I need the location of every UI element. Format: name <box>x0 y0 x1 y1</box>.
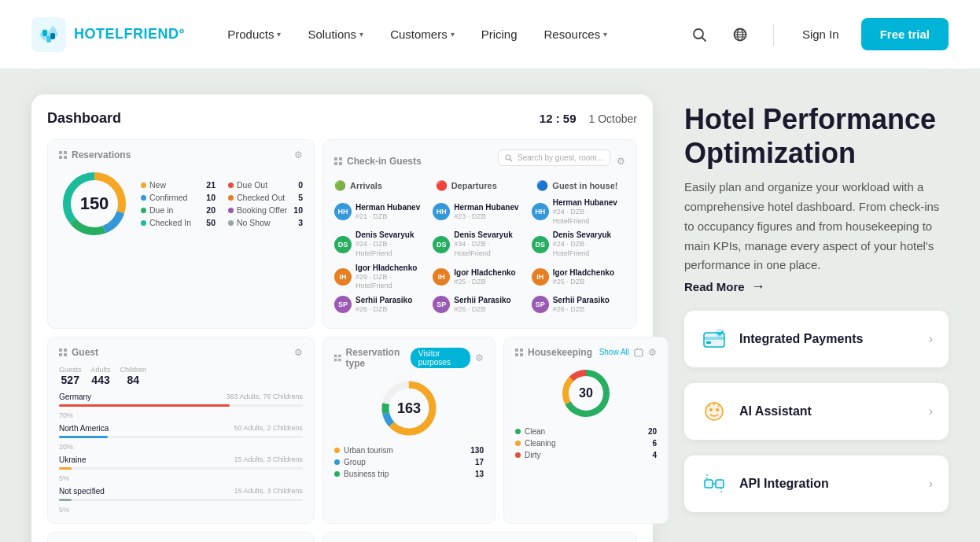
svg-rect-39 <box>520 348 523 352</box>
svg-rect-3 <box>46 36 51 42</box>
nav-solutions[interactable]: Solutions ▾ <box>297 21 374 47</box>
read-more-button[interactable]: Read More → <box>684 278 949 295</box>
chevron-right-icon: › <box>929 332 933 346</box>
svg-line-5 <box>702 38 706 41</box>
search-button[interactable] <box>685 20 713 49</box>
svg-rect-26 <box>59 348 62 352</box>
gear-icon[interactable]: ⚙ <box>475 352 484 363</box>
svg-rect-1 <box>42 30 47 36</box>
reservations-stats: New 21 Due Out 0 Confirmed 10 Checked <box>141 180 303 227</box>
guest-search-input[interactable]: Search by guest, room... <box>498 149 610 166</box>
stat-dueout: Due Out 0 <box>228 180 303 190</box>
svg-rect-12 <box>64 151 67 154</box>
svg-point-63 <box>716 408 719 411</box>
dashboard-panel: Dashboard 12 : 59 1 October Reservations… <box>31 94 653 542</box>
svg-rect-68 <box>716 480 724 488</box>
hk-title: Housekeeping <box>515 347 592 358</box>
feature-integrated-payments[interactable]: Integrated Payments › <box>684 311 949 367</box>
navbar: HOTELFRIEND° Products ▾ Solutions ▾ Cust… <box>0 0 980 69</box>
reservations-donut: 150 <box>59 168 130 239</box>
dashboard-row3: Rooms ⚙ TypeAvailableSoldTotalStatus Occ… <box>47 532 637 542</box>
card-header: Reservations ⚙ <box>59 149 303 160</box>
stat-checkedin: Checked In 50 <box>141 218 216 227</box>
svg-rect-11 <box>59 151 62 154</box>
nav-links: Products ▾ Solutions ▾ Customers ▾ Prici… <box>216 21 685 47</box>
feature-label: Integrated Payments <box>739 332 863 346</box>
svg-rect-67 <box>705 480 713 488</box>
hk-donut: 30 <box>515 366 657 421</box>
gear-icon[interactable]: ⚙ <box>617 156 625 167</box>
signin-button[interactable]: Sign In <box>793 21 849 47</box>
res-type-row: Urban tourism 130 <box>334 446 484 455</box>
svg-point-62 <box>709 408 713 411</box>
dashboard-header: Dashboard 12 : 59 1 October <box>47 110 637 127</box>
nav-resources[interactable]: Resources ▾ <box>533 21 619 47</box>
ai-icon <box>700 397 728 426</box>
svg-rect-23 <box>339 162 342 165</box>
chevron-right-icon: › <box>929 477 933 491</box>
guest-row: IHIgor Hladchenko#29 · DZB · HotelFriend… <box>334 263 625 291</box>
svg-rect-31 <box>338 355 341 357</box>
gear-icon[interactable]: ⚙ <box>294 347 303 358</box>
reservations-total: 150 <box>80 194 109 214</box>
nav-customers[interactable]: Customers ▾ <box>379 21 466 47</box>
checkin-cols: 🟢 Arrivals 🔴 Departures 🔵 Guest in house… <box>334 180 625 191</box>
res-type-row: Business trip 13 <box>334 470 484 478</box>
freetrial-button[interactable]: Free trial <box>861 18 949 50</box>
hk-row: Dirty 4 <box>515 451 657 459</box>
search-icon <box>691 27 707 42</box>
chevron-right-icon: › <box>929 404 933 418</box>
globe-icon <box>732 27 748 42</box>
stat-new: New 21 <box>141 180 216 190</box>
svg-rect-28 <box>59 353 62 356</box>
grid-icon <box>59 348 67 356</box>
svg-rect-59 <box>706 341 711 344</box>
feature-api-integration[interactable]: API Integration › <box>684 455 949 512</box>
stat-checkedout: Checked Out 5 <box>228 193 303 202</box>
svg-rect-27 <box>64 348 67 352</box>
nav-products[interactable]: Products ▾ <box>216 21 292 47</box>
svg-rect-20 <box>334 157 337 160</box>
svg-rect-38 <box>515 348 518 352</box>
svg-rect-14 <box>64 156 67 159</box>
logo[interactable]: HOTELFRIEND° <box>31 17 185 52</box>
grid-icon <box>334 354 341 362</box>
grid-icon <box>334 157 342 165</box>
checkin-title: Check-in Guests <box>334 156 422 167</box>
chevron-down-icon: ▾ <box>451 30 455 39</box>
reservation-type-card: Reservation type Visitor purposes ⚙ 163 <box>322 337 496 524</box>
chevron-down-icon: ▾ <box>359 30 363 39</box>
housekeeping-card: Housekeeping Show All ⚙ 30 <box>503 337 669 524</box>
reservations-title: Reservations <box>59 149 131 160</box>
stat-confirmed: Confirmed 10 <box>141 193 216 202</box>
guest-card-title: Guest <box>59 347 98 358</box>
gear-icon[interactable]: ⚙ <box>648 347 657 358</box>
chevron-down-icon: ▾ <box>277 30 281 39</box>
dashboard-title: Dashboard <box>47 110 121 127</box>
hk-showall-button[interactable]: Show All <box>599 348 629 356</box>
guest-countries: Germany 363 Adults, 76 Childrens 70% Nor… <box>59 393 303 514</box>
nav-divider <box>773 24 774 46</box>
svg-rect-41 <box>520 353 523 356</box>
logo-text: HOTELFRIEND° <box>74 26 185 42</box>
svg-point-4 <box>694 29 703 39</box>
dashboard-row2: Guest ⚙ Guests527 Adults443 Children84 G… <box>47 337 637 524</box>
svg-rect-33 <box>338 359 341 361</box>
language-button[interactable] <box>726 20 754 49</box>
guest-row: SPSerhii Parasiko#26 · DZB SPSerhii Para… <box>334 295 625 315</box>
checkin-header: Check-in Guests Search by guest, room...… <box>334 149 625 172</box>
svg-rect-30 <box>334 355 337 357</box>
guest-card: Guest ⚙ Guests527 Adults443 Children84 G… <box>47 337 315 524</box>
feature-ai-assistant[interactable]: AI Assistant › <box>684 383 949 440</box>
right-panel: Hotel PerformanceOptimization Easily pla… <box>684 94 949 542</box>
feature-label: AI Assistant <box>739 404 812 418</box>
feature-label: API Integration <box>739 477 829 491</box>
hero-title: Hotel PerformanceOptimization <box>684 102 949 170</box>
gear-icon[interactable]: ⚙ <box>294 149 303 160</box>
svg-rect-22 <box>334 162 337 165</box>
nav-pricing[interactable]: Pricing <box>470 21 529 47</box>
stat-noshow: No Show 3 <box>228 218 303 227</box>
stat-bookingoffer: Booking Offer 10 <box>228 205 303 215</box>
res-type-donut: 163 <box>334 377 484 440</box>
checkin-card: Check-in Guests Search by guest, room...… <box>322 139 637 329</box>
